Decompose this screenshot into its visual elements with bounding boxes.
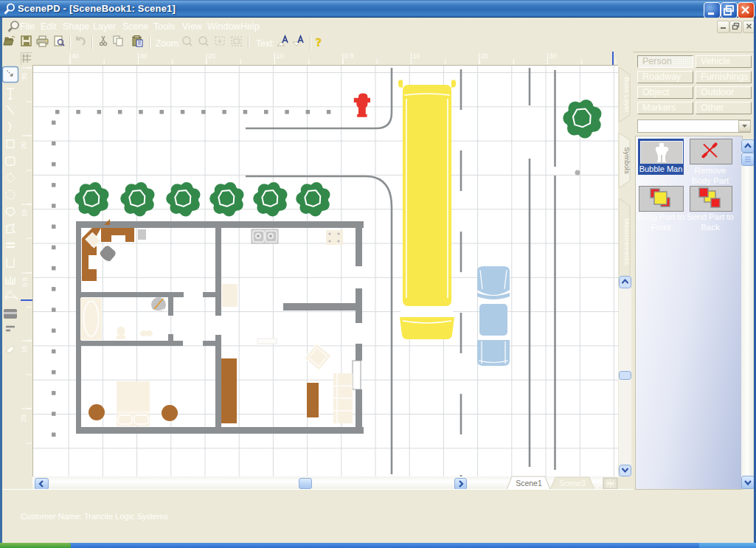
- svg-text:10: 10: [21, 346, 28, 353]
- svg-text:30: 30: [140, 52, 148, 60]
- svg-text:Base Layer: Base Layer: [623, 77, 631, 112]
- svg-text:10: 10: [277, 52, 284, 60]
- svg-text:0 ft: 0 ft: [21, 277, 29, 287]
- svg-text:30: 30: [21, 73, 28, 80]
- svg-text:20: 20: [208, 52, 215, 60]
- svg-text:30: 30: [549, 52, 557, 60]
- svg-text:10: 10: [21, 209, 28, 217]
- svg-text:0 ft: 0 ft: [344, 52, 354, 60]
- svg-text:20: 20: [481, 52, 488, 60]
- svg-text:20: 20: [7, 290, 13, 295]
- svg-text:Scene1: Scene1: [516, 479, 542, 488]
- svg-text:?: ?: [316, 36, 322, 49]
- svg-text:40: 40: [72, 52, 79, 60]
- svg-text:Scene3: Scene3: [559, 479, 586, 488]
- svg-text:20: 20: [21, 415, 27, 422]
- svg-text:Symbols: Symbols: [623, 147, 631, 174]
- svg-text:20: 20: [21, 142, 27, 149]
- svg-text:Measurements: Measurements: [623, 218, 631, 265]
- svg-text:10: 10: [413, 52, 420, 60]
